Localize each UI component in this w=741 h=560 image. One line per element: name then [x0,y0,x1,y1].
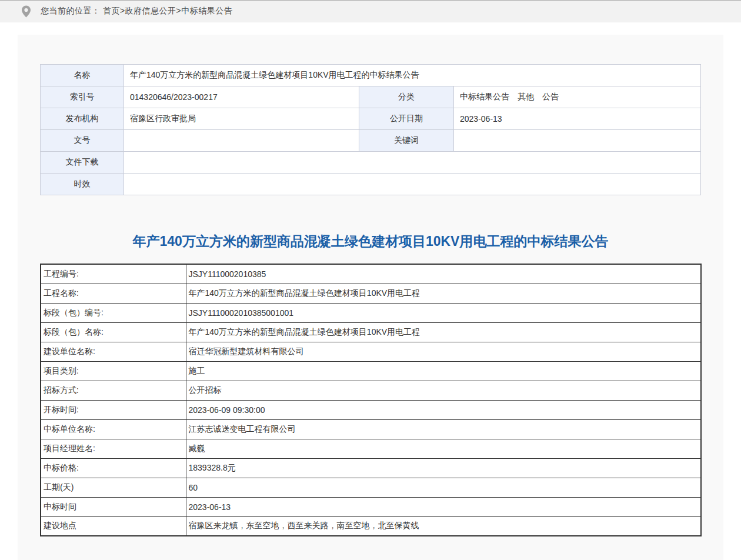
meta-value-doc-no [124,130,359,152]
meta-value-validity [124,174,701,195]
table-row: 工期(天) 60 [41,478,701,497]
breadcrumb-link-gov-info[interactable]: 政府信息公开 [125,6,176,15]
meta-label-publish-date: 公开日期 [359,108,454,130]
detail-value-construction-site: 宿豫区来龙镇，东至空地，西至来关路，南至空地，北至保黄线 [186,516,701,536]
document-meta-table: 名称 年产140万立方米的新型商品混凝土绿色建材项目10KV用电工程的中标结果公… [40,64,701,195]
meta-value-agency: 宿豫区行政审批局 [124,108,359,130]
breadcrumb-link-home[interactable]: 首页 [103,6,120,15]
breadcrumb-link-bid-result[interactable]: 中标结果公告 [181,6,232,15]
detail-label-tender-method: 招标方式: [41,381,186,400]
detail-label-section-name: 标段（包）名称: [41,322,186,342]
meta-label-file-download: 文件下载 [41,152,124,174]
meta-row-docno-keywords: 文号 关键词 [41,130,701,152]
meta-label-category: 分类 [359,86,454,108]
table-row: 开标时间: 2023-06-09 09:30:00 [41,400,701,419]
detail-label-winner-name: 中标单位名称: [41,419,186,439]
breadcrumb-bar: 您当前的位置： 首页>政府信息公开>中标结果公告 [0,0,741,22]
meta-value-category: 中标结果公告 其他 公告 [454,86,701,108]
detail-value-section-no: JSJY1110002010385001001 [186,303,701,322]
detail-value-project-no: JSJY1110002010385 [186,264,701,284]
location-pin-icon [22,5,31,18]
detail-label-owner-name: 建设单位名称: [41,342,186,361]
meta-row-file-download: 文件下载 [41,152,701,174]
detail-label-award-time: 中标时间 [41,497,186,516]
detail-label-winning-price: 中标价格: [41,458,186,478]
detail-value-tender-method: 公开招标 [186,381,701,400]
table-row: 中标价格: 1839328.8元 [41,458,701,478]
table-row: 中标时间 2023-06-13 [41,497,701,516]
detail-value-project-name: 年产140万立方米的新型商品混凝土绿色建材项目10KV用电工程 [186,284,701,303]
breadcrumb-separator: > [120,6,125,15]
meta-value-publish-date: 2023-06-13 [454,108,701,130]
detail-label-project-no: 工程编号: [41,264,186,284]
meta-value-index-no: 014320646/2023-00217 [124,86,359,108]
detail-value-opening-time: 2023-06-09 09:30:00 [186,400,701,419]
table-row: 标段（包）名称: 年产140万立方米的新型商品混凝土绿色建材项目10KV用电工程 [41,322,701,342]
meta-label-index-no: 索引号 [41,86,124,108]
detail-value-duration-days: 60 [186,478,701,497]
meta-row-validity: 时效 [41,174,701,195]
table-row: 建设单位名称: 宿迁华冠新型建筑材料有限公司 [41,342,701,361]
detail-value-section-name: 年产140万立方米的新型商品混凝土绿色建材项目10KV用电工程 [186,322,701,342]
meta-label-agency: 发布机构 [41,108,124,130]
table-row: 项目类别: 施工 [41,361,701,381]
meta-label-name: 名称 [41,65,124,86]
meta-value-file-download [124,152,701,174]
meta-label-validity: 时效 [41,174,124,195]
page-title: 年产140万立方米的新型商品混凝土绿色建材项目10KV用电工程的中标结果公告 [40,232,701,250]
meta-row-agency-date: 发布机构 宿豫区行政审批局 公开日期 2023-06-13 [41,108,701,130]
detail-label-project-type: 项目类别: [41,361,186,381]
meta-value-keywords [454,130,701,152]
table-row: 工程名称: 年产140万立方米的新型商品混凝土绿色建材项目10KV用电工程 [41,284,701,303]
detail-value-award-time: 2023-06-13 [186,497,701,516]
table-row: 项目经理姓名: 臧巍 [41,439,701,458]
table-row: 标段（包）编号: JSJY1110002010385001001 [41,303,701,322]
meta-label-keywords: 关键词 [359,130,454,152]
content-panel: 名称 年产140万立方米的新型商品混凝土绿色建材项目10KV用电工程的中标结果公… [18,35,723,560]
table-row: 中标单位名称: 江苏志诚送变电工程有限公司 [41,419,701,439]
breadcrumb-prefix: 您当前的位置： [41,6,101,15]
detail-label-project-name: 工程名称: [41,284,186,303]
detail-value-owner-name: 宿迁华冠新型建筑材料有限公司 [186,342,701,361]
detail-label-opening-time: 开标时间: [41,400,186,419]
detail-value-winner-name: 江苏志诚送变电工程有限公司 [186,419,701,439]
meta-label-doc-no: 文号 [41,130,124,152]
detail-label-construction-site: 建设地点 [41,516,186,536]
detail-label-duration-days: 工期(天) [41,478,186,497]
detail-value-winning-price: 1839328.8元 [186,458,701,478]
detail-value-project-type: 施工 [186,361,701,381]
breadcrumb: 您当前的位置： 首页>政府信息公开>中标结果公告 [41,6,232,16]
breadcrumb-separator: > [176,6,182,15]
meta-row-name: 名称 年产140万立方米的新型商品混凝土绿色建材项目10KV用电工程的中标结果公… [41,65,701,86]
detail-label-manager-name: 项目经理姓名: [41,439,186,458]
table-row: 工程编号: JSJY1110002010385 [41,264,701,284]
meta-value-name: 年产140万立方米的新型商品混凝土绿色建材项目10KV用电工程的中标结果公告 [124,65,701,86]
table-row: 建设地点 宿豫区来龙镇，东至空地，西至来关路，南至空地，北至保黄线 [41,516,701,536]
meta-row-index-category: 索引号 014320646/2023-00217 分类 中标结果公告 其他 公告 [41,86,701,108]
detail-value-manager-name: 臧巍 [186,439,701,458]
detail-label-section-no: 标段（包）编号: [41,303,186,322]
bid-detail-table: 工程编号: JSJY1110002010385 工程名称: 年产140万立方米的… [40,264,702,536]
table-row: 招标方式: 公开招标 [41,381,701,400]
